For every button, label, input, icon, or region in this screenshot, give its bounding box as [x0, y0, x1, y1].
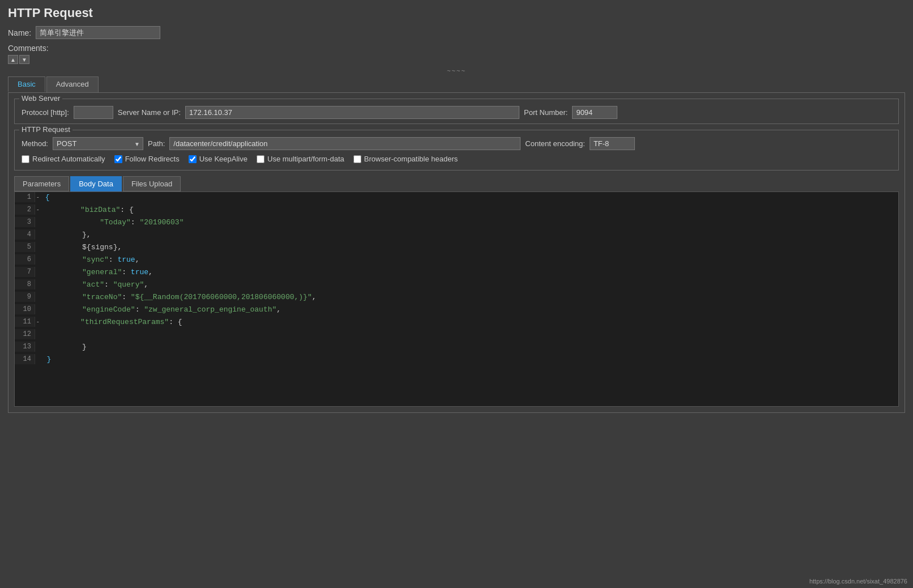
code-line-4: 4 - },: [15, 229, 898, 242]
inner-tab-body-data[interactable]: Body Data: [70, 176, 122, 191]
code-line-12: 12 -: [15, 329, 898, 342]
main-tabs-bar: Basic Advanced: [8, 76, 905, 92]
code-line-1: 1 - {: [15, 192, 898, 204]
code-line-6: 6 - "sync": true,: [15, 254, 898, 267]
collapse-btn-11[interactable]: -: [35, 317, 41, 326]
redirect-auto-label[interactable]: Redirect Automatically: [32, 155, 105, 163]
code-editor[interactable]: 1 - { 2 - "bizData": { 3 - "Today": "201…: [14, 191, 899, 407]
collapse-arrows: ▲ ▼: [8, 55, 905, 64]
checkbox-follow-redirects: Follow Redirects: [114, 155, 180, 163]
collapse-btn-2[interactable]: -: [35, 204, 41, 214]
follow-redirects-label[interactable]: Follow Redirects: [125, 155, 180, 163]
code-line-11: 11 - "thirdRequestParams": {: [15, 317, 898, 329]
comments-label: Comments:: [8, 44, 49, 53]
path-input[interactable]: [169, 137, 521, 150]
follow-redirects-checkbox[interactable]: [114, 155, 122, 163]
inner-tab-parameters[interactable]: Parameters: [14, 176, 69, 191]
collapse-up-btn[interactable]: ▲: [8, 55, 18, 64]
browser-headers-label[interactable]: Browser-compatible headers: [364, 155, 458, 163]
http-request-legend: HTTP Request: [19, 125, 72, 134]
method-label: Method:: [22, 139, 48, 148]
multipart-label[interactable]: Use multipart/form-data: [267, 155, 344, 163]
main-container: HTTP Request Name: Comments: ▲ ▼ ~~~~ Ba…: [0, 0, 913, 419]
tab-content: Web Server Protocol [http]: Server Name …: [8, 92, 905, 413]
code-line-13: 13 - }: [15, 342, 898, 354]
multipart-checkbox[interactable]: [257, 155, 264, 163]
code-line-8: 8 - "act": "query",: [15, 279, 898, 292]
collapse-down-btn[interactable]: ▼: [19, 55, 29, 64]
inner-tabs-bar: Parameters Body Data Files Upload: [14, 176, 899, 191]
http-request-form-row: Method: POST GET PUT DELETE ▼ Path: Cont…: [22, 137, 891, 150]
encoding-label: Content encoding:: [525, 139, 585, 148]
protocol-label: Protocol [http]:: [22, 108, 69, 117]
name-row: Name:: [8, 26, 905, 39]
keepalive-label[interactable]: Use KeepAlive: [199, 155, 248, 163]
tab-advanced[interactable]: Advanced: [46, 76, 99, 92]
code-line-7: 7 - "general": true,: [15, 267, 898, 279]
http-request-section: HTTP Request Method: POST GET PUT DELETE…: [14, 130, 899, 171]
code-line-10: 10 - "engineCode": "zw_general_corp_engi…: [15, 304, 898, 317]
wavy-divider: ~~~~: [8, 67, 905, 74]
inner-tab-files-upload[interactable]: Files Upload: [123, 176, 181, 191]
path-label: Path:: [148, 139, 165, 148]
collapse-btn-1[interactable]: -: [35, 192, 41, 201]
checkbox-redirect-auto: Redirect Automatically: [22, 155, 105, 163]
checkboxes-row: Redirect Automatically Follow Redirects …: [22, 155, 891, 163]
protocol-input[interactable]: [74, 106, 113, 119]
checkbox-keepalive: Use KeepAlive: [189, 155, 248, 163]
server-input[interactable]: [185, 106, 519, 119]
code-line-14: 14 - }: [15, 354, 898, 367]
tab-basic[interactable]: Basic: [8, 76, 45, 92]
web-server-legend: Web Server: [19, 94, 62, 103]
port-label: Port Number:: [524, 108, 568, 117]
port-input[interactable]: [572, 106, 617, 119]
code-line-9: 9 - "traceNo": "${__Random(201706060000,…: [15, 292, 898, 304]
method-select-wrapper: POST GET PUT DELETE ▼: [53, 137, 143, 150]
watermark: https://blog.csdn.net/sixat_4982876: [809, 578, 907, 585]
server-label: Server Name or IP:: [118, 108, 181, 117]
name-label: Name:: [8, 28, 31, 37]
comments-row: Comments:: [8, 44, 905, 53]
encoding-input[interactable]: [590, 137, 635, 150]
name-input[interactable]: [36, 26, 160, 39]
redirect-auto-checkbox[interactable]: [22, 155, 29, 163]
method-select[interactable]: POST GET PUT DELETE: [53, 137, 143, 150]
keepalive-checkbox[interactable]: [189, 155, 197, 163]
code-line-5: 5 - ${signs},: [15, 242, 898, 254]
page-title: HTTP Request: [8, 6, 905, 20]
browser-headers-checkbox[interactable]: [353, 155, 361, 163]
code-line-2: 2 - "bizData": {: [15, 204, 898, 217]
checkbox-multipart: Use multipart/form-data: [257, 155, 344, 163]
checkbox-browser-headers: Browser-compatible headers: [353, 155, 458, 163]
code-line-3: 3 - "Today": "20190603": [15, 217, 898, 229]
web-server-section: Web Server Protocol [http]: Server Name …: [14, 99, 899, 124]
web-server-form-row: Protocol [http]: Server Name or IP: Port…: [22, 106, 891, 119]
